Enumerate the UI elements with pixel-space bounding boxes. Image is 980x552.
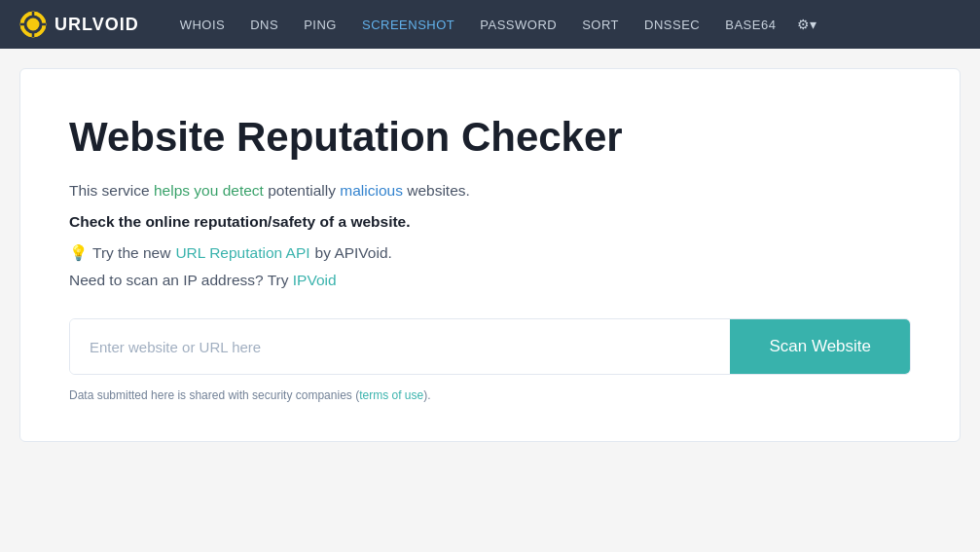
ip-prefix: Need to scan an IP address? Try — [69, 272, 293, 288]
ip-line: Need to scan an IP address? Try IPVoid — [69, 272, 911, 289]
nav-item-ping[interactable]: PING — [292, 12, 348, 38]
desc-part4: malicious — [340, 182, 403, 199]
search-bar: Scan Website — [69, 318, 911, 375]
urlvoid-logo-icon — [19, 11, 47, 38]
main-content: Website Reputation Checker This service … — [0, 49, 980, 461]
nav-item-sort[interactable]: SORT — [570, 12, 631, 38]
ipvoid-link[interactable]: IPVoid — [293, 272, 337, 288]
settings-gear[interactable]: ⚙▾ — [797, 17, 817, 32]
nav-item-dns[interactable]: DNS — [238, 12, 290, 38]
nav-item-dnssec[interactable]: DNSSEC — [633, 12, 711, 38]
api-link[interactable]: URL Reputation API — [175, 244, 309, 262]
page-title: Website Reputation Checker — [69, 113, 911, 162]
api-line: 💡 Try the new URL Reputation API by APIV… — [69, 244, 911, 262]
nav-item-whois[interactable]: WHOIS — [168, 12, 237, 38]
scan-website-button[interactable]: Scan Website — [730, 319, 910, 374]
nav-item-base64[interactable]: BASE64 — [713, 12, 787, 38]
desc-part5: websites. — [403, 182, 470, 199]
api-prefix: Try the new — [92, 244, 170, 262]
nav-item-password[interactable]: PASSWORD — [468, 12, 568, 38]
terms-suffix: ). — [423, 388, 430, 402]
api-suffix: by APIVoid. — [315, 244, 392, 262]
desc-part3: potentially — [264, 182, 340, 199]
content-card: Website Reputation Checker This service … — [19, 68, 961, 442]
navbar: URLVOID WHOIS DNS PING SCREENSHOT PASSWO… — [0, 0, 980, 49]
nav-menu: WHOIS DNS PING SCREENSHOT PASSWORD SORT … — [168, 12, 817, 38]
terms-prefix: Data submitted here is shared with secur… — [69, 388, 359, 402]
url-input[interactable] — [70, 319, 730, 374]
nav-item-screenshot[interactable]: SCREENSHOT — [350, 12, 466, 38]
desc-part1: This service — [69, 182, 154, 199]
brand-name: URLVOID — [54, 15, 139, 35]
brand-logo[interactable]: URLVOID — [19, 11, 139, 38]
desc-part2: helps you detect — [154, 182, 264, 199]
terms-link[interactable]: terms of use — [359, 388, 423, 402]
bold-description: Check the online reputation/safety of a … — [69, 213, 911, 231]
bulb-icon: 💡 — [69, 244, 88, 262]
terms-text: Data submitted here is shared with secur… — [69, 388, 911, 402]
description-line: This service helps you detect potentiall… — [69, 179, 911, 203]
